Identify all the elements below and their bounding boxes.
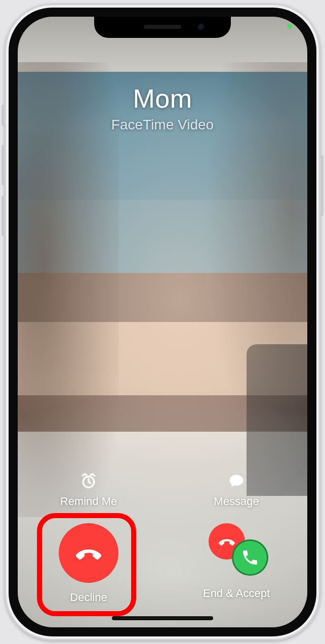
call-type-label: FaceTime Video <box>18 117 307 133</box>
secondary-actions-row: Remind Me Message <box>38 472 287 508</box>
earpiece-speaker <box>144 25 181 29</box>
front-camera-icon <box>197 23 205 30</box>
message-label: Message <box>214 495 259 508</box>
message-bubble-icon <box>227 472 246 491</box>
caller-name: Mom <box>18 83 307 114</box>
svg-point-1 <box>85 474 87 476</box>
phone-icon <box>241 548 259 567</box>
accept-call-mini-circle <box>232 539 268 576</box>
decline-label: Decline <box>70 591 107 604</box>
caller-header: Mom FaceTime Video <box>18 83 307 133</box>
decline-button[interactable]: Decline <box>38 523 139 604</box>
end-accept-icon-pair <box>204 523 269 579</box>
svg-point-2 <box>90 474 92 476</box>
home-indicator[interactable] <box>112 616 213 620</box>
end-and-accept-button[interactable]: End & Accept <box>186 523 287 600</box>
phone-hangup-icon <box>217 532 236 551</box>
phone-bezel: Mom FaceTime Video <box>9 8 316 636</box>
screen: Mom FaceTime Video <box>18 17 307 627</box>
decline-circle <box>59 523 118 583</box>
volume-up-button <box>2 145 5 186</box>
message-button[interactable]: Message <box>186 472 287 508</box>
phone-hangup-icon <box>73 538 104 568</box>
volume-down-button <box>2 196 5 236</box>
silent-switch <box>2 105 5 126</box>
remind-me-button[interactable]: Remind Me <box>38 472 139 508</box>
phone-frame: Mom FaceTime Video <box>5 4 320 640</box>
end-accept-label: End & Accept <box>203 587 270 600</box>
alarm-clock-icon <box>79 472 98 491</box>
remind-me-label: Remind Me <box>60 495 117 508</box>
call-controls: Remind Me Message <box>18 472 307 604</box>
power-button <box>320 155 323 216</box>
notch <box>94 17 231 38</box>
camera-indicator-dot-icon <box>287 24 292 29</box>
primary-actions-row: Decline <box>38 523 287 604</box>
